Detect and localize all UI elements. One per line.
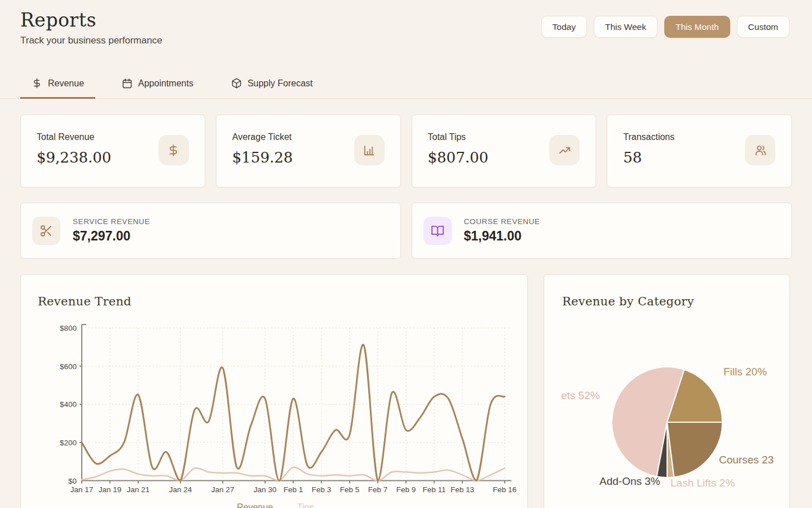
- svg-text:Jan 24: Jan 24: [169, 485, 192, 494]
- svg-text:Feb 11: Feb 11: [422, 485, 445, 494]
- stat-label: Average Ticket: [232, 132, 293, 142]
- svg-text:$200: $200: [60, 439, 77, 447]
- svg-text:Jan 17: Jan 17: [70, 485, 94, 494]
- legend-item-revenue[interactable]: Revenue: [237, 502, 273, 508]
- range-button-today[interactable]: Today: [541, 16, 587, 38]
- book-open-icon: [431, 224, 444, 238]
- header-text: Reports Track your business performance: [20, 10, 162, 46]
- tab-label: Supply Forecast: [248, 78, 313, 89]
- svg-text:Feb 16: Feb 16: [493, 485, 517, 494]
- pie-slice-label: Lash Lifts 2%: [670, 477, 735, 489]
- revenue-trend-chart: $0$200$400$600$800Jan 17Jan 19Jan 21Jan …: [21, 275, 527, 508]
- stat-label: Total Revenue: [37, 132, 111, 142]
- svg-text:Jan 27: Jan 27: [211, 485, 235, 494]
- tab-revenue[interactable]: Revenue: [20, 71, 95, 99]
- tab-supply-forecast[interactable]: Supply Forecast: [220, 71, 324, 99]
- dollar-icon: [32, 78, 42, 89]
- stat-label: Transactions: [623, 132, 674, 142]
- tab-label: Revenue: [48, 78, 84, 89]
- range-button-this-week[interactable]: This Week: [594, 16, 657, 38]
- break-label: COURSE REVENUE: [464, 217, 540, 226]
- svg-text:Jan 19: Jan 19: [99, 485, 122, 494]
- course-icon-chip: [423, 217, 452, 245]
- stat-icon-chip: [354, 135, 385, 165]
- svg-text:Jan 21: Jan 21: [127, 485, 150, 494]
- legend-item-tips[interactable]: Tips: [297, 502, 314, 508]
- calendar-icon: [122, 78, 133, 89]
- service-icon-chip: [32, 217, 60, 245]
- tab-label: Appointments: [138, 78, 193, 89]
- revenue-trend-card: Revenue Trend $0$200$400$600$800Jan 17Ja…: [20, 274, 528, 508]
- users-icon: [754, 144, 767, 157]
- svg-text:$600: $600: [60, 362, 77, 371]
- package-icon: [231, 78, 242, 89]
- stat-label: Total Tips: [428, 132, 489, 142]
- svg-text:$0: $0: [68, 477, 77, 485]
- range-button-custom[interactable]: Custom: [737, 16, 789, 38]
- charts-row: Revenue Trend $0$200$400$600$800Jan 17Ja…: [20, 274, 792, 508]
- stat-value: 58: [623, 149, 674, 166]
- svg-text:Feb 13: Feb 13: [451, 485, 474, 494]
- report-tabs: Revenue Appointments Supply Forecast: [0, 71, 812, 99]
- stat-icon-chip: [549, 135, 580, 165]
- page-title: Reports: [20, 10, 162, 30]
- stat-value: $807.00: [428, 149, 489, 166]
- stat-card-total-tips: Total Tips $807.00: [412, 115, 597, 187]
- svg-text:Feb 9: Feb 9: [396, 485, 416, 494]
- svg-text:$400: $400: [60, 401, 77, 409]
- pie-slice-label: ets 52%: [561, 389, 600, 402]
- bar-chart-icon: [363, 144, 376, 157]
- date-range-selector: Today This Week This Month Custom: [541, 16, 789, 38]
- dollar-icon: [167, 144, 180, 157]
- scissors-icon: [39, 224, 53, 238]
- trending-up-icon: [558, 144, 571, 157]
- course-revenue-card: COURSE REVENUE $1,941.00: [412, 203, 792, 259]
- svg-text:Feb 7: Feb 7: [368, 485, 388, 494]
- revenue-category-card: Revenue by Category ets 52%Fills 20%Cour…: [544, 274, 790, 508]
- stat-value: $159.28: [232, 149, 293, 166]
- stat-card-transactions: Transactions 58: [607, 115, 792, 187]
- stat-card-average-ticket: Average Ticket $159.28: [216, 115, 401, 187]
- service-revenue-card: SERVICE REVENUE $7,297.00: [20, 203, 401, 259]
- stat-icon-chip: [745, 135, 775, 165]
- pie-slice-label: Courses 23: [719, 454, 774, 466]
- svg-text:Jan 30: Jan 30: [254, 485, 277, 494]
- page-subtitle: Track your business performance: [20, 35, 162, 46]
- page-header: Reports Track your business performance …: [0, 0, 812, 46]
- reports-page: Reports Track your business performance …: [0, 0, 812, 508]
- svg-text:Feb 3: Feb 3: [312, 485, 332, 494]
- tab-appointments[interactable]: Appointments: [111, 71, 205, 99]
- break-value: $1,941.00: [464, 229, 540, 244]
- stat-icon-chip: [158, 135, 189, 165]
- stats-grid: Total Revenue $9,238.00 Average Ticket $…: [20, 115, 792, 187]
- svg-text:Feb 5: Feb 5: [340, 485, 360, 494]
- break-label: SERVICE REVENUE: [73, 217, 150, 226]
- svg-text:$800: $800: [60, 324, 77, 332]
- stat-value: $9,238.00: [37, 149, 111, 166]
- range-button-this-month[interactable]: This Month: [664, 16, 730, 38]
- svg-text:Feb 1: Feb 1: [284, 485, 303, 494]
- break-value: $7,297.00: [73, 229, 150, 244]
- pie-slice-label: Fills 20%: [723, 366, 767, 378]
- stat-card-total-revenue: Total Revenue $9,238.00: [20, 115, 205, 187]
- revenue-breakdown: SERVICE REVENUE $7,297.00 COURSE REVENUE…: [20, 203, 792, 259]
- pie-slice-label: Add-Ons 3%: [599, 475, 660, 488]
